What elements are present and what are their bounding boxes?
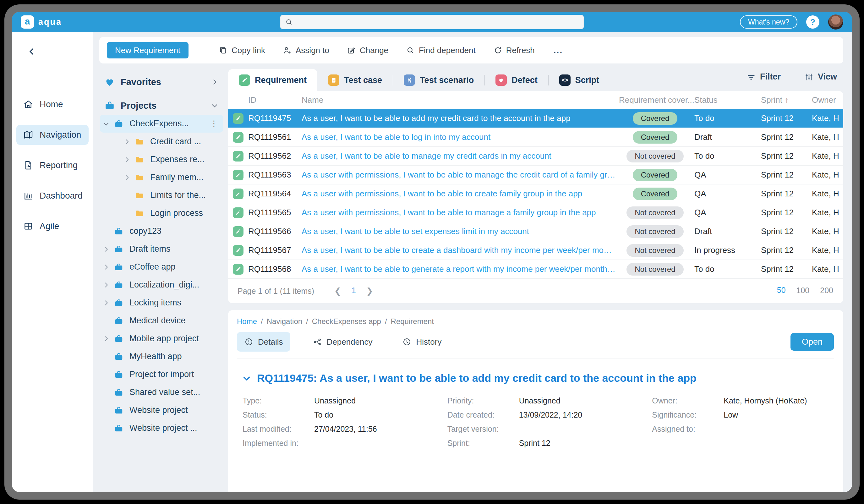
sidebar-item-navigation[interactable]: Navigation (16, 125, 88, 145)
find-dependent-button[interactable]: Find dependent (406, 46, 476, 55)
sidebar-item-dashboard[interactable]: Dashboard (16, 186, 88, 206)
column-status[interactable]: Status (694, 95, 761, 105)
chevron-down-icon[interactable] (242, 374, 251, 383)
page-number-button[interactable]: 1 (351, 286, 357, 296)
row-name-link[interactable]: As a user, I want to be able to create a… (302, 245, 616, 255)
refresh-button[interactable]: Refresh (493, 46, 535, 55)
column-coverage[interactable]: Requirement cover... (616, 95, 694, 105)
row-name-link[interactable]: As a user with permissions, I want to be… (302, 189, 616, 199)
page-size-100[interactable]: 100 (796, 286, 810, 296)
chevron-right-icon[interactable] (123, 156, 131, 164)
column-name[interactable]: Name (302, 95, 616, 105)
column-sprint[interactable]: Sprint↑ (761, 95, 812, 105)
tab-dependency[interactable]: Dependency (305, 332, 380, 352)
next-page-button[interactable]: ❯ (366, 286, 373, 296)
filter-button[interactable]: Filter (745, 72, 783, 82)
tree-item-project[interactable]: Mobile app project (100, 329, 223, 348)
user-avatar[interactable] (828, 14, 843, 29)
row-name-link[interactable]: As a user, I want to be able to set expe… (302, 227, 616, 236)
breadcrumb-project[interactable]: CheckExpenses app (312, 317, 381, 326)
row-name-link[interactable]: As a user with permissions, I want to be… (302, 170, 616, 180)
chevron-right-icon[interactable] (103, 245, 110, 253)
new-requirement-button[interactable]: New Requirement (107, 42, 189, 58)
chevron-right-icon[interactable] (103, 263, 110, 271)
tab-script[interactable]: <> Script (549, 69, 610, 91)
change-button[interactable]: Change (347, 46, 388, 55)
table-row[interactable]: RQ1119561 As a user, I want to be able t… (228, 128, 843, 146)
tree-item-project[interactable]: Website project (100, 401, 223, 419)
tree-item-folder[interactable]: Login process (100, 204, 223, 222)
kebab-menu-icon[interactable]: ⋮ (208, 121, 220, 126)
row-name-link[interactable]: As a user with permissions, I want to be… (302, 208, 616, 217)
chevron-right-icon[interactable] (123, 174, 131, 181)
column-id[interactable]: ID (248, 95, 302, 105)
global-search[interactable] (280, 15, 584, 29)
tree-item-project[interactable]: Website project ... (100, 419, 223, 437)
tree-item-project[interactable]: Localization_digi... (100, 276, 223, 294)
tree-item-project[interactable]: Draft items (100, 240, 223, 258)
previous-page-button[interactable]: ❮ (334, 286, 341, 296)
row-name-link[interactable]: As a user, I want to be able to generate… (302, 264, 616, 274)
tab-details[interactable]: Details (237, 332, 290, 352)
briefcase-icon (114, 423, 123, 433)
search-icon (285, 18, 293, 26)
search-input[interactable] (297, 17, 579, 27)
table-row[interactable]: RQ1119565 As a user with permissions, I … (228, 203, 843, 222)
tab-defect[interactable]: Defect (485, 69, 548, 91)
favorites-header[interactable]: Favorites (100, 73, 223, 91)
tab-test-case[interactable]: Test case (317, 69, 393, 91)
table-row[interactable]: RQ1119567 As a user, I want to be able t… (228, 241, 843, 260)
more-actions-button[interactable]: ... (552, 45, 564, 55)
tree-item-project[interactable]: Medical device (100, 312, 223, 329)
help-button[interactable]: ? (806, 15, 819, 28)
breadcrumb-navigation[interactable]: Navigation (267, 317, 302, 326)
sidebar-item-agile[interactable]: Agile (16, 216, 88, 236)
projects-header[interactable]: Projects (100, 96, 223, 115)
chevron-right-icon[interactable] (123, 138, 131, 145)
row-name-link[interactable]: As a user, I want to be able to manage m… (302, 151, 616, 161)
sidebar-item-reporting[interactable]: Reporting (16, 155, 88, 175)
tab-requirement[interactable]: Requirement (228, 69, 317, 91)
tree-item-project[interactable]: copy123 (100, 222, 223, 240)
chevron-right-icon[interactable] (211, 78, 219, 86)
tab-test-scenario[interactable]: Test scenario (393, 69, 484, 91)
magnifier-icon (406, 46, 415, 55)
page-size-200[interactable]: 200 (819, 286, 834, 296)
table-row[interactable]: RQ1119564 As a user with permissions, I … (228, 184, 843, 203)
row-name-link[interactable]: As a user, I want to be able to log in i… (302, 132, 616, 142)
chevron-right-icon[interactable] (103, 281, 110, 289)
tree-item-project[interactable]: Project for import (100, 365, 223, 383)
tree-item-project[interactable]: MyHealth app (100, 348, 223, 365)
tree-item-folder[interactable]: Credit card ... (100, 133, 223, 151)
tree-item-project[interactable]: CheckExpens... ⋮ (100, 115, 223, 133)
tree-item-folder[interactable]: Limits for the... (100, 186, 223, 204)
table-row[interactable]: RQ1119475 As a user, I want to be able t… (228, 109, 843, 128)
whats-new-button[interactable]: What's new? (740, 15, 797, 28)
tab-history[interactable]: History (395, 332, 449, 352)
sidebar-item-home[interactable]: Home (16, 94, 88, 115)
page-size-50[interactable]: 50 (776, 286, 787, 296)
assign-to-button[interactable]: Assign to (283, 46, 329, 55)
column-owner[interactable]: Owner (812, 95, 843, 105)
chevron-down-icon[interactable] (211, 101, 219, 110)
tree-item-project[interactable]: eCoffee app (100, 258, 223, 276)
view-button[interactable]: View (803, 72, 839, 82)
open-button[interactable]: Open (791, 333, 834, 351)
row-name-link[interactable]: As a user, I want to be able to add my c… (302, 113, 616, 123)
chevron-right-icon[interactable] (103, 299, 110, 307)
collapse-sidebar-button[interactable] (26, 47, 37, 57)
row-status: QA (694, 189, 761, 199)
table-row[interactable]: RQ1119563 As a user with permissions, I … (228, 165, 843, 184)
breadcrumb-home[interactable]: Home (237, 317, 257, 326)
tree-item-project[interactable]: Locking items (100, 294, 223, 312)
chevron-right-icon[interactable] (103, 335, 110, 343)
tree-item-folder[interactable]: Family mem... (100, 168, 223, 186)
table-row[interactable]: RQ1119566 As a user, I want to be able t… (228, 222, 843, 241)
chevron-down-icon[interactable] (103, 120, 110, 128)
tree-item-project[interactable]: Shared value set... (100, 383, 223, 401)
table-row[interactable]: RQ1119562 As a user, I want to be able t… (228, 146, 843, 165)
chevron-left-icon (27, 47, 36, 56)
table-row[interactable]: RQ1119568 As a user, I want to be able t… (228, 260, 843, 278)
copy-link-button[interactable]: Copy link (219, 46, 265, 55)
tree-item-folder[interactable]: Expenses re... (100, 151, 223, 168)
